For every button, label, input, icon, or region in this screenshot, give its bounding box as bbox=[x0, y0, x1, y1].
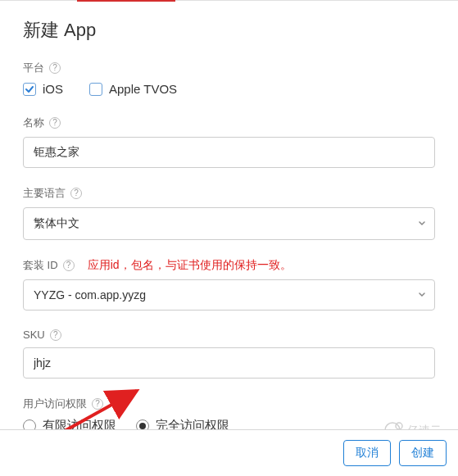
help-icon[interactable]: ? bbox=[50, 329, 61, 341]
name-label: 名称 ? bbox=[23, 116, 435, 130]
help-icon[interactable]: ? bbox=[92, 398, 103, 410]
language-label: 主要语言 ? bbox=[23, 186, 435, 201]
cancel-button[interactable]: 取消 bbox=[343, 440, 391, 466]
help-icon[interactable]: ? bbox=[63, 260, 75, 271]
checkbox-label: Apple TVOS bbox=[109, 82, 177, 96]
platform-label: 平台 ? bbox=[23, 61, 435, 75]
bundle-annotation: 应用id，包名，与证书使用的保持一致。 bbox=[88, 258, 292, 273]
checkbox-icon bbox=[23, 83, 36, 96]
checkbox-label: iOS bbox=[43, 82, 63, 96]
sku-field[interactable] bbox=[23, 347, 435, 379]
create-button[interactable]: 创建 bbox=[399, 440, 447, 466]
access-label: 用户访问权限 ? bbox=[23, 397, 435, 411]
bundle-label: 套装 ID ? bbox=[23, 258, 75, 273]
help-icon[interactable]: ? bbox=[49, 117, 61, 129]
page-title: 新建 App bbox=[23, 18, 435, 43]
footer: 取消 创建 bbox=[0, 429, 458, 476]
checkbox-icon bbox=[89, 83, 102, 96]
name-field[interactable] bbox=[23, 137, 435, 168]
platform-tvos-checkbox[interactable]: Apple TVOS bbox=[89, 82, 177, 96]
platform-ios-checkbox[interactable]: iOS bbox=[23, 82, 63, 96]
bundle-select[interactable]: YYZG - com.app.yyzg bbox=[23, 279, 435, 311]
form-content: 新建 App 平台 ? iOS Apple TVOS 名称 ? 主要语言 bbox=[0, 0, 458, 433]
help-icon[interactable]: ? bbox=[49, 62, 61, 74]
language-select[interactable]: 繁体中文 bbox=[23, 207, 435, 240]
sku-label: SKU ? bbox=[23, 329, 435, 341]
help-icon[interactable]: ? bbox=[70, 188, 82, 199]
